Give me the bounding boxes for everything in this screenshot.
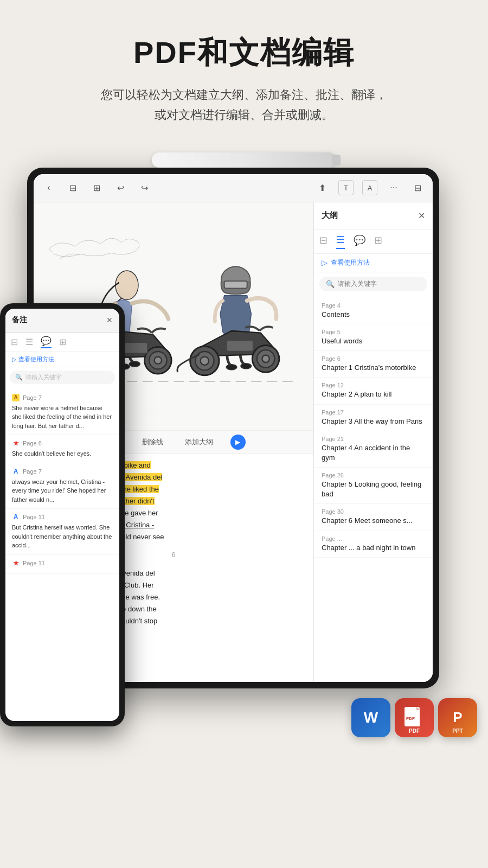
svg-point-15 (155, 356, 162, 363)
add-outline-button[interactable]: 添加大纲 (181, 435, 217, 449)
panel-tab-bookmark[interactable]: ⊟ (319, 234, 328, 248)
annotate-icon[interactable]: A (362, 180, 377, 195)
phone-screen: 备注 ✕ ⊟ ☰ 💬 ⊞ ▷ 查看使用方法 🔍 请输入关键字 (5, 309, 119, 721)
panel-tabs: ⊟ ☰ 💬 ⊞ (314, 229, 433, 254)
text-icon[interactable]: T (338, 180, 354, 195)
svg-point-8 (226, 365, 236, 370)
svg-rect-6 (224, 281, 247, 288)
phone-tab-filter[interactable]: ⊞ (59, 337, 66, 347)
phone-device: 备注 ✕ ⊟ ☰ 💬 ⊞ ▷ 查看使用方法 🔍 请输入关键字 (0, 303, 125, 726)
outline-item-chapter4[interactable]: Page 21 Chapter 4 An accident in the gym (314, 431, 433, 468)
annotation-icon-5: ★ (12, 559, 20, 567)
phone-tab-bookmark[interactable]: ⊟ (11, 337, 18, 347)
phone-annotation-5[interactable]: ★ Page 11 (5, 555, 119, 574)
strikethrough-button[interactable]: 删除线 (138, 435, 168, 449)
phone-search-icon: 🔍 (15, 374, 23, 381)
outline-item-chapter6[interactable]: Page 30 Chapter 6 Meet someone s... (314, 504, 433, 531)
svg-point-19 (201, 356, 209, 365)
svg-point-9 (241, 363, 251, 369)
panel-tab-list[interactable]: ☰ (336, 234, 345, 249)
ppt-app-icon[interactable]: P PPT (438, 698, 477, 737)
svg-rect-23 (226, 340, 253, 352)
phone-header: 备注 ✕ (5, 309, 119, 333)
outline-item-contents[interactable]: Page 4 Contents (314, 298, 433, 324)
svg-text:PDF: PDF (406, 716, 415, 721)
outline-item-chapter7[interactable]: Page ... Chapter ... a bad night in town (314, 531, 433, 558)
play-icon: ▷ (322, 258, 328, 267)
pdf-app-icon[interactable]: PDF PDF (395, 698, 434, 737)
back-icon[interactable]: ‹ (41, 180, 56, 195)
panel-toggle-icon[interactable]: ⊟ (410, 180, 425, 195)
phone-panel-title: 备注 (12, 315, 27, 325)
phone-tab-comment[interactable]: 💬 (41, 336, 52, 348)
outline-item-chapter3[interactable]: Page 17 Chapter 3 All the way from Paris (314, 405, 433, 431)
outline-item-chapter2[interactable]: Page 12 Chapter 2 A plan to kill (314, 378, 433, 404)
phone-help-link[interactable]: ▷ 查看使用方法 (5, 352, 119, 367)
outline-list: Page 4 Contents Page 5 Useful words Page… (314, 296, 433, 682)
panel-tab-comment[interactable]: 💬 (354, 234, 365, 248)
search-input[interactable] (338, 280, 421, 288)
svg-point-1 (115, 271, 138, 300)
svg-point-22 (262, 355, 269, 362)
more-icon[interactable]: ··· (386, 180, 401, 195)
phone-close-button[interactable]: ✕ (106, 316, 113, 324)
app-icons-cluster: W PDF PDF P PPT (351, 698, 477, 737)
layout-icon[interactable]: ⊟ (65, 180, 80, 195)
pencil-icon (152, 152, 336, 168)
annotation-icon-3: A (12, 468, 20, 475)
outline-panel: 大纲 ✕ ⊟ ☰ 💬 ⊞ ▷ 查看使用方法 🔍 (313, 202, 433, 682)
phone-annotation-1[interactable]: A Page 7 She never wore a helmet because… (5, 390, 119, 436)
search-icon: 🔍 (326, 280, 335, 288)
pdf-icon-svg: PDF (403, 706, 425, 730)
share-icon[interactable]: ⬆ (314, 180, 330, 195)
phone-annotation-2[interactable]: ★ Page 8 She couldn't believe her eyes. (5, 435, 119, 463)
panel-header: 大纲 ✕ (314, 202, 433, 229)
phone-tabs: ⊟ ☰ 💬 ⊞ (5, 333, 119, 352)
panel-help-link[interactable]: ▷ 查看使用方法 (314, 254, 433, 272)
outline-item-chapter1[interactable]: Page 6 Chapter 1 Cristina's motorbike (314, 351, 433, 378)
annotation-icon-1: A (12, 394, 20, 401)
panel-title: 大纲 (322, 210, 338, 221)
annotation-icon-2: ★ (12, 439, 20, 447)
devices-container: ‹ ⊟ ⊞ ↩ ↪ ⬆ T A ··· ⊟ (0, 151, 488, 748)
phone-annotations-list: A Page 7 She never wore a helmet because… (5, 387, 119, 721)
panel-tab-filter[interactable]: ⊞ (374, 234, 382, 248)
outline-item-useful-words[interactable]: Page 5 Useful words (314, 324, 433, 351)
panel-search-box[interactable]: 🔍 (319, 277, 427, 291)
undo-icon[interactable]: ↩ (113, 180, 128, 195)
phone-tab-list[interactable]: ☰ (25, 337, 33, 347)
svg-point-4 (130, 361, 140, 367)
phone-play-icon: ▷ (12, 356, 16, 363)
pencil-decoration (0, 152, 488, 168)
outline-item-chapter5[interactable]: Page 26 Chapter 5 Looking good, feeling … (314, 468, 433, 504)
grid-icon[interactable]: ⊞ (89, 180, 104, 195)
tablet-toolbar: ‹ ⊟ ⊞ ↩ ↪ ⬆ T A ··· ⊟ (34, 174, 433, 202)
subtitle: 您可以轻松为文档建立大纲、添加备注、批注、翻译， 或对文档进行编辑、合并或删减。 (22, 85, 466, 125)
play-button[interactable]: ▶ (230, 435, 246, 450)
header-section: PDF和文档编辑 您可以轻松为文档建立大纲、添加备注、批注、翻译， 或对文档进行… (0, 0, 488, 142)
annotation-icon-4: A (12, 513, 20, 521)
phone-search-box[interactable]: 🔍 请输入关键字 (10, 371, 115, 384)
phone-annotation-3[interactable]: A Page 7 always wear your helmet, Cristi… (5, 463, 119, 509)
phone-annotation-4[interactable]: A Page 11 But Cristina herself was worri… (5, 509, 119, 555)
word-app-icon[interactable]: W (351, 698, 390, 737)
main-title: PDF和文档编辑 (22, 33, 466, 74)
panel-close-button[interactable]: ✕ (418, 210, 425, 221)
redo-icon[interactable]: ↪ (137, 180, 152, 195)
